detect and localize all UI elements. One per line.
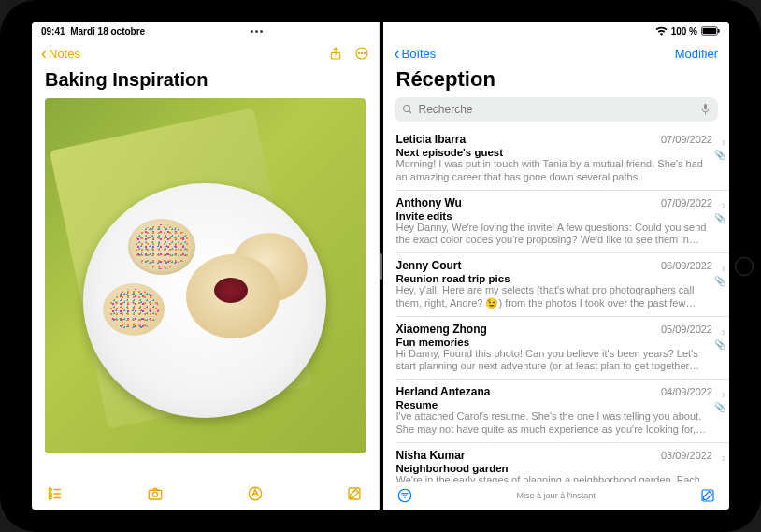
more-icon[interactable] [354,46,369,61]
svg-line-19 [409,111,411,114]
note-image[interactable] [45,98,366,453]
svg-point-2 [358,52,359,53]
mail-item[interactable]: Nisha Kumar03/09/2022Neighborhood garden… [396,443,730,482]
home-button[interactable] [735,257,754,276]
mail-sender: Herland Antezana [396,385,491,398]
chevron-right-icon: › [722,451,725,465]
sync-status: Mise à jour à l'instant [517,491,596,500]
search-icon [402,104,413,115]
mail-date: 07/09/2022 [661,197,712,208]
attachment-icon: 📎 [714,402,725,412]
share-icon[interactable] [328,46,343,61]
back-label: Boîtes [402,47,437,61]
svg-point-12 [152,492,157,496]
svg-point-18 [403,106,409,112]
battery-icon [701,26,720,36]
mail-preview: Hey Danny, We're loving the invite! A fe… [396,222,713,248]
svg-rect-20 [704,104,707,109]
mail-back-button[interactable]: ‹ Boîtes [395,44,437,64]
search-field[interactable] [395,97,719,122]
mail-item[interactable]: Jenny Court06/09/2022Reunion road trip p… [396,253,730,317]
mail-preview: I've attached Carol's resume. She's the … [396,410,713,437]
status-time: 09:41 Mardi 18 octobre [41,26,145,36]
attachment-icon: 📎 [714,276,725,286]
mail-item[interactable]: Herland Antezana04/09/2022ResumeI've att… [396,380,730,443]
mail-date: 06/09/2022 [661,260,712,271]
markup-icon[interactable] [247,485,264,502]
mail-sender: Nisha Kumar [396,449,466,462]
chevron-right-icon: › [722,261,725,275]
svg-point-5 [49,488,51,491]
wifi-icon [655,26,668,36]
mail-sender: Leticia Ibarra [396,133,467,146]
screen: 09:41 Mardi 18 octobre ‹ Notes [32,22,729,510]
svg-point-4 [364,52,365,53]
mail-item[interactable]: Anthony Wu07/09/2022Invite editsHey Dann… [396,191,730,254]
mail-toolbar: Mise à jour à l'instant [383,482,730,510]
mail-item[interactable]: Xiaomeng Zhong05/09/2022Fun memoriesHi D… [396,317,730,381]
edit-button[interactable]: Modifier [675,47,718,61]
notes-toolbar [32,478,379,510]
svg-rect-16 [703,28,717,34]
inbox-title: Réception [383,67,730,97]
mail-subject: Resume [396,399,713,410]
camera-icon[interactable] [147,485,164,502]
svg-point-3 [361,52,362,53]
notes-nav-bar: ‹ Notes [32,39,379,67]
chevron-right-icon: › [722,324,725,338]
filter-icon[interactable] [396,487,413,504]
mail-subject: Neighborhood garden [396,463,713,474]
ipad-device: 09:41 Mardi 18 octobre ‹ Notes [0,0,761,532]
svg-point-7 [49,493,51,496]
mail-item[interactable]: Leticia Ibarra07/09/2022Next episode's g… [396,127,730,191]
svg-rect-17 [718,29,720,33]
mail-subject: Fun memories [396,337,713,348]
chevron-right-icon: › [722,135,725,149]
mail-preview: Morning! I was put in touch with Tania b… [396,158,713,184]
mail-date: 04/09/2022 [661,386,712,397]
compose-mail-icon[interactable] [699,487,716,504]
compose-icon[interactable] [346,485,363,502]
checklist-icon[interactable] [47,485,64,502]
chevron-left-icon: ‹ [41,45,47,62]
chevron-right-icon: › [722,387,725,401]
mail-preview: Hi Danny, Found this photo! Can you beli… [396,348,713,374]
notes-back-button[interactable]: ‹ Notes [41,45,80,62]
split-view-divider[interactable] [380,22,383,510]
chevron-left-icon: ‹ [395,44,400,64]
back-label: Notes [49,47,80,61]
attachment-icon: 📎 [714,150,725,160]
status-bar-right: 100 % [383,22,730,39]
status-bar-left: 09:41 Mardi 18 octobre [32,22,379,39]
battery-label: 100 % [671,26,697,36]
notes-app-pane: 09:41 Mardi 18 octobre ‹ Notes [32,22,380,510]
mail-sender: Xiaomeng Zhong [396,323,487,336]
mail-nav-bar: ‹ Boîtes Modifier [383,39,730,67]
search-input[interactable] [419,103,696,116]
mail-preview: We're in the early stages of planning a … [396,474,713,482]
mail-date: 05/09/2022 [661,324,712,335]
multitask-dots-icon[interactable] [251,30,263,33]
attachment-icon: 📎 [714,213,725,223]
mail-preview: Hey, y'all! Here are my selects (that's … [396,284,713,310]
mail-list[interactable]: Leticia Ibarra07/09/2022Next episode's g… [383,127,730,482]
svg-point-9 [49,496,51,499]
note-title[interactable]: Baking Inspiration [32,67,379,96]
mail-subject: Invite edits [396,210,713,222]
attachment-icon: 📎 [714,339,725,350]
mail-sender: Anthony Wu [396,196,462,209]
mail-subject: Reunion road trip pics [396,273,713,284]
dictate-icon[interactable] [700,103,711,116]
chevron-right-icon: › [722,198,725,212]
mail-subject: Next episode's guest [396,147,713,158]
mail-date: 03/09/2022 [661,450,712,461]
mail-date: 07/09/2022 [661,134,712,145]
mail-sender: Jenny Court [396,259,462,272]
mail-app-pane: 100 % ‹ Boîtes Modifier Réception [383,22,730,510]
